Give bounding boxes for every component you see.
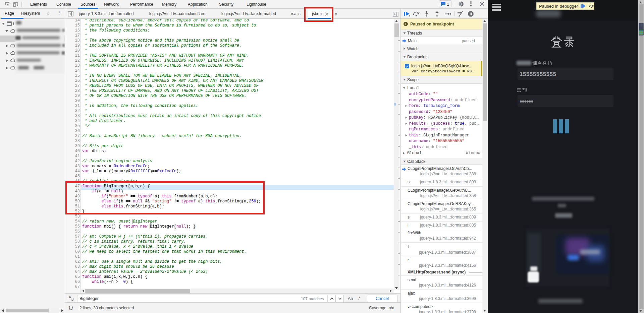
svg-text:B: B	[71, 298, 74, 301]
svg-text:A: A	[69, 295, 71, 299]
